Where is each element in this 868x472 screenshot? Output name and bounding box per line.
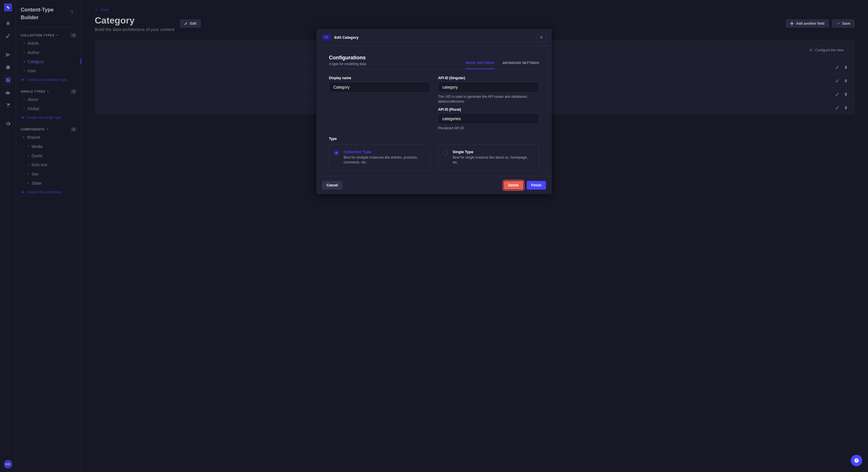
- cancel-button[interactable]: Cancel: [322, 181, 342, 190]
- modal-title: Edit Category: [334, 35, 359, 40]
- close-button[interactable]: [537, 33, 546, 42]
- radio-selected-icon: [334, 150, 339, 156]
- collection-type-desc: Best for multiple instances like article…: [344, 155, 425, 165]
- ct-pill: CT: [322, 34, 331, 41]
- display-name-label: Display name: [329, 76, 430, 80]
- api-plural-input[interactable]: [438, 113, 539, 124]
- help-button[interactable]: [851, 455, 862, 466]
- radio-icon: [443, 150, 448, 156]
- single-type-desc: Best for single instance like about us, …: [453, 155, 534, 165]
- tab-advanced[interactable]: ADVANCED SETTINGS: [503, 61, 539, 69]
- config-title: Configurations: [329, 55, 366, 61]
- api-singular-help: The UID is used to generate the API rout…: [438, 94, 539, 104]
- tab-basic[interactable]: BASIC SETTINGS: [466, 61, 494, 69]
- api-singular-input[interactable]: [438, 82, 539, 93]
- question-icon: [854, 458, 859, 463]
- config-subtitle: A type for modeling data: [329, 62, 366, 66]
- type-card-single[interactable]: Single Type Best for single instance lik…: [438, 144, 539, 170]
- modal-backdrop: CT Edit Category Configurations A type f…: [0, 0, 868, 472]
- finish-button[interactable]: Finish: [527, 181, 546, 190]
- type-section-label: Type: [329, 137, 539, 141]
- api-singular-label: API ID (Singular): [438, 76, 539, 80]
- edit-modal: CT Edit Category Configurations A type f…: [316, 29, 552, 194]
- collection-type-title: Collection Type: [344, 150, 425, 154]
- single-type-title: Single Type: [453, 150, 534, 154]
- delete-button[interactable]: Delete: [504, 181, 523, 190]
- type-card-collection[interactable]: Collection Type Best for multiple instan…: [329, 144, 430, 170]
- api-plural-label: API ID (Plural): [438, 107, 539, 111]
- api-plural-help: Pluralized API ID: [438, 126, 539, 131]
- display-name-input[interactable]: [329, 82, 430, 93]
- close-icon: [540, 36, 543, 39]
